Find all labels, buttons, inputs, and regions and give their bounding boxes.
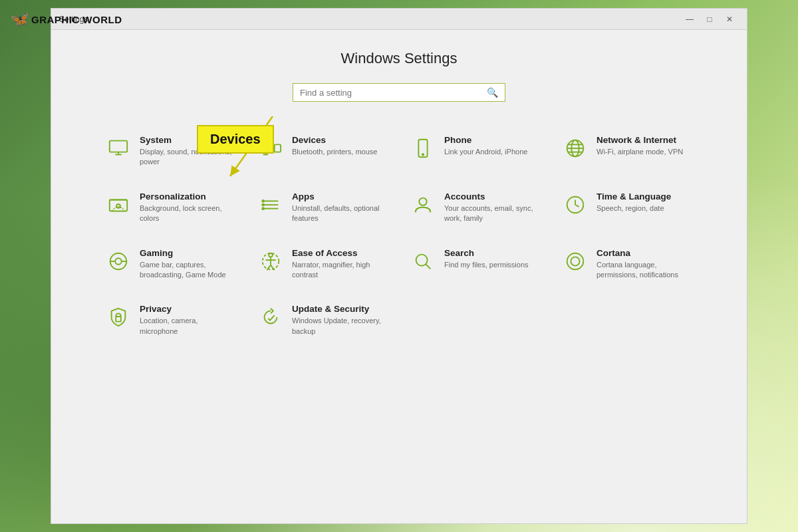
svg-point-40 (571, 257, 579, 265)
svg-line-38 (426, 264, 430, 269)
setting-desc-11: Cortana language, permissions, notificat… (597, 260, 692, 281)
setting-name-6: Accounts (444, 192, 539, 201)
setting-text-8: Gaming Game bar, captures, broadcasting,… (140, 248, 235, 281)
svg-point-28 (115, 258, 121, 264)
setting-text-4: Personalization Background, lock screen,… (140, 192, 235, 224)
setting-text-2: Phone Link your Android, iPhone (444, 135, 527, 157)
setting-text-11: Cortana Cortana language, permissions, n… (597, 248, 692, 281)
svg-point-23 (419, 198, 426, 205)
setting-item-gaming[interactable]: Gaming Game bar, captures, broadcasting,… (100, 239, 241, 290)
setting-name-4: Personalization (140, 192, 235, 201)
setting-item-cortana[interactable]: Cortana Cortana language, permissions, n… (557, 239, 698, 290)
setting-text-6: Accounts Your accounts, email, sync, wor… (444, 192, 539, 224)
svg-point-22 (262, 207, 264, 209)
search-bar[interactable]: 🔍 (293, 83, 505, 102)
titlebar: Settings — □ ✕ (51, 9, 747, 30)
svg-rect-0 (110, 141, 127, 152)
setting-icon-3 (563, 136, 587, 160)
logo-text: GRAPHIC WORLD (31, 14, 122, 25)
setting-name-7: Time & Language (597, 192, 671, 201)
setting-desc-12: Location, camera, microphone (140, 316, 235, 336)
setting-icon-8 (106, 249, 130, 273)
settings-window: Settings — □ ✕ Windows Settings 🔍 System (51, 8, 747, 524)
setting-icon-0 (106, 136, 130, 160)
setting-text-3: Network & Internet Wi-Fi, airplane mode,… (597, 135, 683, 157)
setting-icon-11 (563, 249, 587, 273)
setting-icon-10 (411, 249, 435, 273)
setting-item-search[interactable]: Search Find my files, permissions (404, 239, 546, 290)
setting-icon-6 (411, 193, 435, 217)
setting-desc-8: Game bar, captures, broadcasting, Game M… (140, 260, 235, 281)
svg-rect-14 (110, 200, 127, 211)
minimize-button[interactable]: — (680, 13, 699, 26)
svg-point-8 (422, 154, 424, 155)
setting-icon-2 (411, 136, 435, 160)
setting-icon-7 (563, 193, 587, 217)
setting-item-networkinternet[interactable]: Network & Internet Wi-Fi, airplane mode,… (557, 126, 698, 177)
close-button[interactable]: ✕ (720, 13, 739, 26)
setting-item-privacy[interactable]: Privacy Location, camera, microphone (100, 295, 241, 346)
svg-rect-41 (116, 317, 121, 322)
page-title: Windows Settings (78, 50, 720, 67)
setting-icon-9 (259, 249, 283, 273)
maximize-button[interactable]: □ (700, 13, 719, 26)
setting-desc-7: Speech, region, date (597, 203, 671, 213)
setting-desc-6: Your accounts, email, sync, work, family (444, 203, 539, 224)
setting-text-7: Time & Language Speech, region, date (597, 192, 671, 213)
setting-item-updatesecurity[interactable]: Update & Security Windows Update, recove… (252, 295, 394, 346)
callout-label: Devices (197, 125, 274, 154)
setting-name-13: Update & Security (292, 304, 387, 314)
setting-item-accounts[interactable]: Accounts Your accounts, email, sync, wor… (404, 182, 546, 233)
svg-line-26 (575, 205, 579, 207)
setting-desc-1: Bluetooth, printers, mouse (292, 147, 377, 157)
setting-name-9: Ease of Access (292, 248, 387, 258)
setting-name-11: Cortana (597, 248, 692, 258)
setting-desc-13: Windows Update, recovery, backup (292, 316, 387, 336)
setting-name-5: Apps (292, 192, 387, 201)
setting-desc-3: Wi-Fi, airplane mode, VPN (597, 147, 683, 157)
window-controls: — □ ✕ (680, 13, 739, 26)
window-content: Windows Settings 🔍 System Display, sound… (51, 30, 747, 523)
setting-desc-4: Background, lock screen, colors (140, 203, 235, 224)
setting-item-easeofaccess[interactable]: Ease of Access Narrator, magnifier, high… (252, 239, 394, 290)
setting-name-3: Network & Internet (597, 135, 683, 145)
setting-icon-12 (106, 305, 130, 329)
setting-item-personalization[interactable]: Personalization Background, lock screen,… (100, 182, 241, 233)
setting-item-timelanguage[interactable]: Time & Language Speech, region, date (557, 182, 698, 233)
svg-rect-4 (275, 144, 281, 152)
setting-name-2: Phone (444, 135, 527, 145)
setting-text-9: Ease of Access Narrator, magnifier, high… (292, 248, 387, 281)
setting-name-8: Gaming (140, 248, 235, 258)
setting-text-12: Privacy Location, camera, microphone (140, 304, 235, 336)
search-input[interactable] (300, 88, 487, 98)
setting-text-1: Devices Bluetooth, printers, mouse (292, 135, 377, 157)
setting-text-10: Search Find my files, permissions (444, 248, 529, 270)
setting-icon-13 (259, 305, 283, 329)
svg-point-37 (416, 254, 428, 265)
setting-name-10: Search (444, 248, 529, 258)
setting-item-apps[interactable]: Apps Uninstall, defaults, optional featu… (252, 182, 394, 233)
logo: 🦋 GRAPHIC WORLD (11, 11, 122, 28)
butterfly-icon: 🦋 (11, 11, 29, 28)
setting-item-phone[interactable]: Phone Link your Android, iPhone (404, 126, 546, 177)
window-title: Settings (59, 15, 680, 24)
setting-desc-5: Uninstall, defaults, optional features (292, 203, 387, 224)
search-icon: 🔍 (487, 87, 498, 98)
svg-point-20 (262, 200, 264, 202)
settings-grid: System Display, sound, notifications, po… (100, 126, 698, 346)
setting-desc-2: Link your Android, iPhone (444, 147, 527, 157)
svg-point-21 (262, 203, 264, 205)
setting-text-5: Apps Uninstall, defaults, optional featu… (292, 192, 387, 224)
setting-icon-5 (259, 193, 283, 217)
setting-icon-4 (106, 193, 130, 217)
setting-desc-9: Narrator, magnifier, high contrast (292, 260, 387, 281)
setting-name-1: Devices (292, 135, 377, 145)
devices-callout: Devices (197, 125, 274, 154)
svg-point-39 (567, 253, 584, 269)
setting-name-12: Privacy (140, 304, 235, 314)
setting-text-13: Update & Security Windows Update, recove… (292, 304, 387, 336)
setting-desc-10: Find my files, permissions (444, 260, 529, 270)
